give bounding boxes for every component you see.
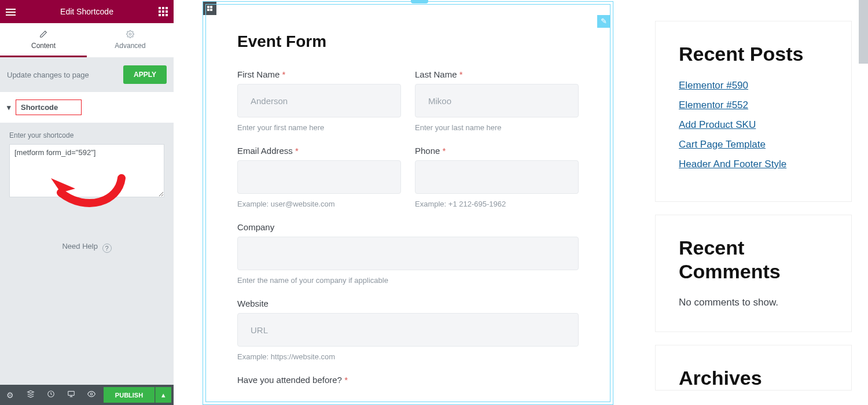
svg-rect-1 (68, 391, 74, 395)
editor-panel: Edit Shortcode Content Advanced Update c… (0, 0, 174, 405)
company-label: Company (237, 222, 579, 232)
company-hint: Enter the name of your company if applic… (237, 276, 579, 285)
responsive-icon[interactable] (61, 390, 81, 400)
shortcode-label: Enter your shortcode (9, 131, 164, 139)
recent-posts-card: Recent Posts Elementor #590 Elementor #5… (655, 21, 852, 202)
tab-advanced[interactable]: Advanced (87, 23, 174, 57)
publish-button[interactable]: PUBLISH (104, 387, 155, 403)
section-label: Shortcode (16, 100, 82, 115)
panel-header: Edit Shortcode (0, 0, 174, 23)
company-input[interactable] (237, 237, 579, 270)
caret-down-icon: ▾ (7, 103, 11, 112)
svg-point-0 (129, 33, 131, 35)
bottom-bar: ⚙ PUBLISH ▴ (0, 385, 174, 405)
publish-options[interactable]: ▴ (155, 387, 171, 403)
website-input[interactable] (237, 313, 579, 347)
section-shortcode[interactable]: ▾ Shortcode (0, 92, 174, 123)
gear-icon (126, 30, 134, 38)
post-link[interactable]: Elementor #590 (679, 80, 828, 91)
panel-title: Edit Shortcode (60, 7, 113, 16)
page-sidebar: Recent Posts Elementor #590 Elementor #5… (655, 21, 852, 403)
apps-icon[interactable] (159, 7, 168, 16)
archives-card: Archives (655, 345, 852, 391)
preview-icon[interactable] (81, 390, 101, 400)
apply-row: Update changes to page APPLY (0, 57, 174, 92)
last-name-input[interactable] (415, 84, 579, 117)
first-name-label: First Name * (237, 69, 401, 79)
website-label: Website (237, 299, 579, 308)
phone-input[interactable] (415, 160, 579, 194)
recent-posts-title: Recent Posts (679, 42, 828, 66)
apply-button[interactable]: APPLY (123, 65, 167, 84)
navigator-icon[interactable] (20, 390, 41, 400)
scrollbar[interactable] (859, 0, 868, 64)
archives-title: Archives (679, 366, 828, 390)
update-changes-text: Update changes to page (7, 71, 89, 79)
tab-advanced-label: Advanced (115, 42, 145, 50)
website-hint: Example: https://website.com (237, 352, 579, 361)
post-link[interactable]: Elementor #552 (679, 100, 828, 111)
first-name-hint: Enter your first name here (237, 123, 401, 132)
need-help[interactable]: Need Help ? (0, 242, 174, 251)
history-icon[interactable] (41, 390, 61, 400)
selected-section[interactable]: Event Form First Name * Enter your first… (203, 1, 613, 405)
recent-comments-title: Recent Comments (679, 236, 828, 284)
post-link[interactable]: Add Product SKU (679, 119, 828, 131)
shortcode-input[interactable]: <span class="scspell">[metform</span> <s… (9, 144, 164, 197)
post-link[interactable]: Cart Page Template (679, 139, 828, 150)
last-name-hint: Enter your last name here (415, 123, 579, 132)
tab-content-label: Content (31, 42, 56, 50)
need-help-label: Need Help (62, 242, 97, 251)
recent-comments-card: Recent Comments No comments to show. (655, 215, 852, 333)
preview-canvas: ✎ Event Form First Name * Enter your fir… (174, 0, 868, 405)
hamburger-icon[interactable] (6, 7, 16, 17)
last-name-label: Last Name * (415, 69, 579, 79)
phone-hint: Example: +1 212-695-1962 (415, 200, 579, 208)
panel-tabs: Content Advanced (0, 23, 174, 57)
no-comments-text: No comments to show. (679, 297, 828, 308)
settings-icon[interactable]: ⚙ (0, 391, 20, 400)
phone-label: Phone * (415, 146, 579, 156)
shortcode-field: Enter your shortcode <span class="scspel… (0, 123, 174, 207)
tab-content[interactable]: Content (0, 23, 87, 57)
post-link[interactable]: Header And Footer Style (679, 159, 828, 170)
email-input[interactable] (237, 160, 401, 194)
svg-point-2 (90, 393, 93, 395)
email-label: Email Address * (237, 146, 401, 156)
attended-label: Have you attended before? * (237, 375, 579, 385)
form-title: Event Form (237, 32, 579, 51)
email-hint: Example: user@website.com (237, 200, 401, 208)
help-icon: ? (102, 244, 112, 253)
shortcode-widget[interactable]: Event Form First Name * Enter your first… (205, 4, 610, 402)
first-name-input[interactable] (237, 84, 401, 117)
pencil-icon (39, 30, 47, 38)
